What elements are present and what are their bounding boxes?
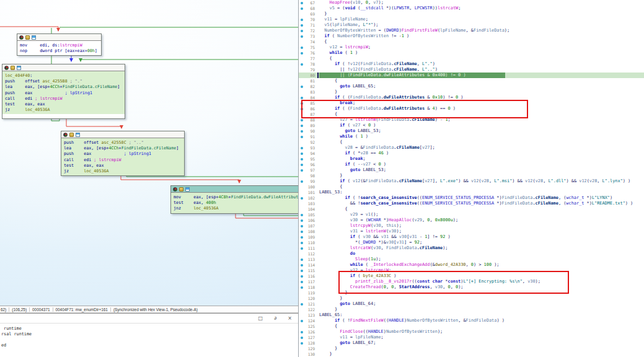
pseudocode-line-110[interactable]: 110 *(_DWORD *)&v30[v31] = 92; [299,240,644,245]
asm-line[interactable]: mov edi, ds:lstrcmpiW [20,43,99,48]
node-group-icon[interactable] [25,35,30,40]
pseudocode-line-100[interactable]: 100 { [299,184,644,190]
pseudocode-line-126[interactable]: 126 FindClose((HANDLE)NumberOfBytesWritt… [299,329,644,335]
pseudocode-line-78[interactable]: 78 if ( !v12(FindFileData.cFileName, L".… [299,61,644,67]
node-pie-icon[interactable] [19,35,24,40]
pseudocode-line-74[interactable]: 74 { [299,39,644,45]
pseudocode-line-130[interactable]: 130 } [299,351,644,357]
pseudocode-line-95[interactable]: 95 break; [299,156,644,162]
code-text: NumberOfBytesWritten = (DWORD)FindFirstF… [319,28,509,33]
asm-line[interactable]: lea eax, [esp+4CCh+FindFileData.cFileNam… [64,146,182,151]
pseudocode-line-79[interactable]: 79 || !v12(FindFileData.cFileName, L".."… [299,67,644,73]
node-pie-icon[interactable] [63,133,68,137]
pseudocode-line-102[interactable]: 102 if ( !search_case_insensitve((ENUM_S… [299,195,644,201]
pseudocode-line-122[interactable]: 122 } [299,307,644,312]
asm-line[interactable]: jnz loc_40536A [174,206,298,211]
graph-node-3[interactable]: push offset asc_42558C ; ".."lea eax, [e… [61,131,185,176]
asm-line[interactable]: loc_404F40: [5,73,122,79]
pseudocode-line-81[interactable]: 81 { [299,78,644,84]
pseudocode-line-67[interactable]: 67 HeapFree(v10, 0, v7); [299,0,644,6]
pseudocode-line-80[interactable]: 80 || (FindFileData.dwFileAttributes & 0… [299,73,644,78]
asm-line[interactable]: jz loc_40536A [5,107,122,113]
close-button[interactable]: × [288,314,292,322]
pseudocode-line-70[interactable]: 70 v11 = lpFileName; [299,17,644,22]
pseudocode-line-72[interactable]: 72 NumberOfBytesWritten = (DWORD)FindFir… [299,28,644,33]
graph-node-1[interactable]: mov edi, ds:lstrcmpiWnop dword ptr [eax+… [17,33,102,56]
node-window-icon[interactable] [76,133,80,137]
pseudocode-line-73[interactable]: 73 if ( NumberOfBytesWritten != -1 ) [299,33,644,39]
asm-line[interactable]: push offset asc_4255B8 ; "." [5,79,122,84]
graph-view[interactable]: mov edi, ds:lstrcmpiWnop dword ptr [eax+… [0,0,298,306]
node-group-icon[interactable] [11,66,15,70]
pseudocode-line-90[interactable]: 90 goto LABEL_53; [299,128,644,134]
pseudocode-line-91[interactable]: 91 while ( 1 ) [299,134,644,139]
line-number: 92 [299,139,315,145]
line-number: 122 [299,307,315,312]
output-window-titlebar[interactable]: □∂× [0,314,298,324]
asm-line[interactable]: push offset asc_42558C ; ".." [64,140,182,146]
pseudocode-line-123[interactable]: 123LABEL_65: [299,312,644,318]
pseudocode-line-75[interactable]: 75 v12 = lstrcmpiW; [299,45,644,50]
graph-node-4[interactable]: mov eax, [esp+4C8h+FindFileData.dwFileAt… [170,185,298,214]
pseudocode-line-82[interactable]: 82 goto LABEL_65; [299,84,644,89]
pseudocode-line-125[interactable]: 125 { [299,324,644,329]
pseudocode-line-129[interactable]: 129 } [299,346,644,351]
pseudocode-line-77[interactable]: 77 { [299,56,644,61]
pseudocode-line-93[interactable]: 93 v28 = &FindFileData.cFileName[v27]; [299,145,644,151]
pseudocode-line-71[interactable]: 71 v5(lpFileName, L"*"); [299,22,644,28]
asm-line[interactable]: call edi ; lstrcmpiW [5,96,122,102]
asm-line[interactable]: push eax ; lpString1 [5,90,122,96]
pseudocode-line-89[interactable]: 89 if ( v27 < 0 ) [299,123,644,128]
pseudocode-line-104[interactable]: 104 { [299,206,644,212]
pseudocode-line-107[interactable]: 107 lstrcpyW(v30, this); [299,223,644,229]
pseudocode-line-68[interactable]: 68 v5 = (void (__stdcall *)(LPWSTR, LPCW… [299,6,644,11]
pseudocode-line-111[interactable]: 111 lstrcatW(v30, FindFileData.cFileName… [299,245,644,251]
pseudocode-line-128[interactable]: 128 goto LABEL_67; [299,340,644,346]
pseudocode-line-120[interactable]: 120 } [299,296,644,301]
asm-line[interactable]: jz loc_40536A [64,169,182,174]
asm-line[interactable]: push eax ; lpString1 [64,151,182,157]
pseudocode-line-109[interactable]: 109 if ( v30 && v31 && v30[v31 - 1] != 9… [299,234,644,240]
asm-line[interactable]: test eax, eax [64,163,182,169]
pseudocode-line-108[interactable]: 108 v31 = lstrlenW(v30); [299,229,644,234]
pseudocode-line-105[interactable]: 105 v29 = v1(); [299,212,644,218]
pseudocode-view[interactable]: 67 HeapFree(v10, 0, v7);68 v5 = (void (_… [299,0,644,357]
line-number: 73 [299,33,315,39]
pseudocode-line-76[interactable]: 76 while ( 1 ) [299,50,644,56]
node-pie-icon[interactable] [173,187,177,192]
asm-line[interactable]: test eax, eax [5,102,122,107]
pseudocode-line-106[interactable]: 106 v30 = (WCHAR *)HeapAlloc(v29, 0, 0x8… [299,218,644,223]
pseudocode-line-124[interactable]: 124 if ( !FindNextFileW((HANDLE)NumberOf… [299,318,644,324]
pseudocode-line-94[interactable]: 94 if ( *v28 == 46 ) [299,151,644,156]
asm-line[interactable]: lea eax, [esp+4CCh+FindFileData.cFileNam… [5,84,122,90]
pseudocode-line-101[interactable]: 101LABEL_53: [299,190,644,195]
pseudocode-line-127[interactable]: 127 v11 = lpFileName; [299,335,644,340]
pseudocode-line-121[interactable]: 121 goto LABEL_64; [299,301,644,307]
pseudocode-line-69[interactable]: 69 } [299,11,644,17]
node-window-icon[interactable] [32,35,36,40]
restore-button[interactable]: □ [258,314,263,322]
pseudocode-line-92[interactable]: 92 { [299,139,644,145]
asm-line[interactable]: test eax, 400h [174,200,298,206]
pseudocode-line-96[interactable]: 96 if ( --v27 < 0 ) [299,162,644,167]
line-number: 83 [299,89,315,95]
graph-node-2[interactable]: loc_404F40:push offset asc_4255B8 ; "."l… [2,64,125,119]
float-button[interactable]: ∂ [274,314,276,322]
pseudocode-line-114[interactable]: 114 while ( _InterlockedExchangeAdd(&dwo… [299,262,644,268]
node-window-icon[interactable] [185,187,190,192]
pseudocode-line-113[interactable]: 113 Sleep(1u); [299,257,644,262]
pseudocode-line-97[interactable]: 97 goto LABEL_53; [299,167,644,173]
node-pie-icon[interactable] [4,66,9,70]
node-window-icon[interactable] [17,66,21,70]
pseudocode-line-83[interactable]: 83 } [299,89,644,95]
asm-line[interactable]: call edi ; lstrcmpiW [64,157,182,163]
status-segment: 00004371 [30,307,53,312]
node-group-icon[interactable] [179,187,183,192]
asm-line[interactable]: nop dword ptr [eax+eax+00h] [20,48,99,54]
pseudocode-line-103[interactable]: 103 && !search_case_insensitve((ENUM_SER… [299,201,644,206]
asm-line[interactable]: mov eax, [esp+4C8h+FindFileData.dwFileAt… [174,195,298,200]
node-group-icon[interactable] [69,133,74,137]
pseudocode-line-99[interactable]: 99 if ( v12(&FindFileData.cFileName[v27]… [299,178,644,184]
pseudocode-line-112[interactable]: 112 do [299,251,644,257]
pseudocode-line-98[interactable]: 98 } [299,173,644,178]
